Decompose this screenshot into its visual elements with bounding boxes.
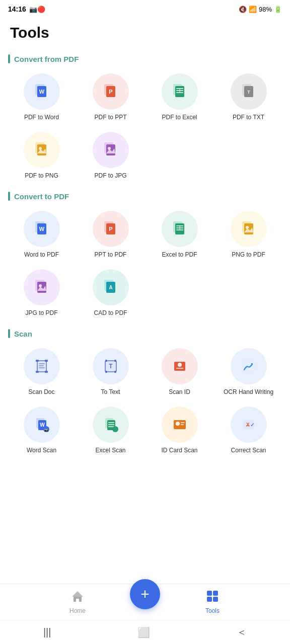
svg-rect-53 (39, 367, 45, 368)
pdf-to-txt-label: PDF to TXT (233, 114, 264, 122)
tool-pdf-to-word[interactable]: W PDF to Word (8, 70, 75, 125)
section-bar (8, 54, 10, 63)
android-home-btn[interactable]: ⬜ (137, 626, 150, 638)
convert-from-pdf-grid: W PDF to Word P PDF to PPT (8, 70, 282, 183)
android-nav: ||| ⬜ ＜ (0, 620, 290, 644)
svg-rect-77 (181, 422, 185, 423)
bottom-nav: Home + Tools (0, 584, 290, 620)
word-scan-icon-circle: W 📷 (24, 407, 60, 443)
word-scan-label: Word Scan (27, 447, 56, 455)
to-text-label: To Text (101, 388, 120, 396)
pdf-to-excel-icon (170, 82, 189, 101)
tools-icon (206, 590, 219, 606)
tool-pdf-to-excel[interactable]: PDF to Excel (146, 70, 213, 125)
tool-ppt-to-pdf[interactable]: P PPT to PDF (77, 208, 144, 262)
tool-pdf-to-ppt[interactable]: P PDF to PPT (77, 70, 144, 125)
android-recent-btn[interactable]: ||| (43, 626, 51, 638)
word-to-pdf-label: Word to PDF (24, 251, 59, 259)
svg-rect-56 (114, 360, 116, 362)
mute-icon: 🔇 (239, 6, 247, 13)
section-convert-to-pdf: Convert to PDF (8, 192, 282, 201)
scan-grid: Scan Doc T To Text (8, 345, 282, 457)
svg-rect-48 (45, 360, 48, 362)
svg-rect-78 (181, 424, 184, 425)
pdf-to-jpg-icon (101, 140, 120, 159)
pdf-to-word-label: PDF to Word (24, 114, 59, 122)
android-back-btn[interactable]: ＜ (237, 625, 247, 639)
tool-scan-id[interactable]: Scan ID (146, 345, 213, 399)
svg-point-61 (178, 363, 182, 367)
correct-scan-icon-circle: X ✓ (231, 407, 267, 443)
svg-rect-75 (174, 420, 186, 429)
battery-icon: 🔋 (274, 6, 282, 13)
svg-text:✓: ✓ (250, 422, 254, 428)
tool-pdf-to-txt[interactable]: T PDF to TXT (215, 70, 282, 125)
pdf-to-excel-icon-circle (162, 73, 198, 110)
excel-scan-icon (101, 415, 120, 434)
svg-text:P: P (109, 89, 112, 95)
excel-to-pdf-icon (170, 219, 189, 238)
svg-text:📷: 📷 (44, 427, 48, 432)
to-text-icon: T (101, 357, 120, 376)
tool-pdf-to-jpg[interactable]: PDF to JPG (77, 129, 144, 183)
tool-png-to-pdf[interactable]: PNG to PDF (215, 208, 282, 262)
svg-text:T: T (247, 90, 250, 95)
ppt-to-pdf-label: PPT to PDF (95, 251, 127, 259)
svg-rect-85 (207, 591, 212, 596)
svg-text:X: X (246, 422, 250, 428)
tool-pdf-to-png[interactable]: PDF to PNG (8, 129, 75, 183)
jpg-to-pdf-label: JPG to PDF (25, 309, 57, 317)
pdf-to-ppt-label: PDF to PPT (94, 114, 126, 122)
section-title-text-3: Scan (14, 330, 32, 338)
svg-rect-87 (207, 597, 212, 602)
id-card-scan-icon-circle (162, 407, 198, 443)
svg-point-74 (112, 426, 118, 432)
tool-ocr-handwriting[interactable]: OCR Hand Writing (215, 345, 282, 399)
section-bar-2 (8, 192, 10, 201)
fab-button[interactable]: + (130, 579, 160, 609)
jpg-to-pdf-icon-circle (24, 269, 60, 305)
excel-scan-label: Excel Scan (95, 447, 125, 455)
svg-rect-50 (45, 371, 48, 373)
convert-to-pdf-grid: W Word to PDF P PPT to PDF (8, 208, 282, 320)
pdf-to-word-icon: W (32, 82, 51, 101)
time-display: 14:16 (8, 5, 26, 13)
pdf-to-png-icon (32, 140, 51, 159)
tool-cad-to-pdf[interactable]: A CAD to PDF (77, 266, 144, 320)
scan-id-label: Scan ID (169, 388, 190, 396)
word-to-pdf-icon-circle: W (24, 211, 60, 247)
status-right: 🔇 📶 98% 🔋 (239, 6, 282, 13)
excel-to-pdf-icon-circle (162, 211, 198, 247)
tool-correct-scan[interactable]: X ✓ Correct Scan (215, 404, 282, 458)
tool-word-to-pdf[interactable]: W Word to PDF (8, 208, 75, 262)
tool-jpg-to-pdf[interactable]: JPG to PDF (8, 266, 75, 320)
excel-scan-icon-circle (93, 407, 129, 443)
tool-to-text[interactable]: T To Text (77, 345, 144, 399)
home-svg-icon (71, 590, 84, 603)
svg-rect-58 (114, 371, 116, 373)
id-card-scan-label: ID Card Scan (161, 447, 197, 455)
tools-label: Tools (205, 607, 220, 614)
tool-excel-scan[interactable]: Excel Scan (77, 404, 144, 458)
ocr-handwriting-icon-circle (231, 348, 267, 384)
scan-doc-icon (32, 357, 51, 376)
fab-icon: + (140, 587, 150, 602)
tool-excel-to-pdf[interactable]: Excel to PDF (146, 208, 213, 262)
status-time: 14:16 📷🔴 (8, 5, 45, 13)
to-text-icon-circle: T (93, 348, 129, 384)
status-bar: 14:16 📷🔴 🔇 📶 98% 🔋 (0, 0, 290, 18)
jpg-to-pdf-icon (32, 278, 51, 297)
section-title-text: Convert from PDF (14, 55, 79, 63)
tool-word-scan[interactable]: W 📷 Word Scan (8, 404, 75, 458)
tool-scan-doc[interactable]: Scan Doc (8, 345, 75, 399)
word-scan-icon: W 📷 (32, 415, 51, 434)
nav-home[interactable]: Home (10, 590, 145, 614)
tool-id-card-scan[interactable]: ID Card Scan (146, 404, 213, 458)
cad-to-pdf-label: CAD to PDF (94, 309, 127, 317)
excel-to-pdf-label: Excel to PDF (162, 251, 197, 259)
section-scan: Scan (8, 329, 282, 338)
png-to-pdf-icon-circle (231, 211, 267, 247)
nav-tools[interactable]: Tools (145, 590, 280, 614)
section-convert-from-pdf: Convert from PDF (8, 54, 282, 63)
pdf-to-ppt-icon: P (101, 82, 120, 101)
